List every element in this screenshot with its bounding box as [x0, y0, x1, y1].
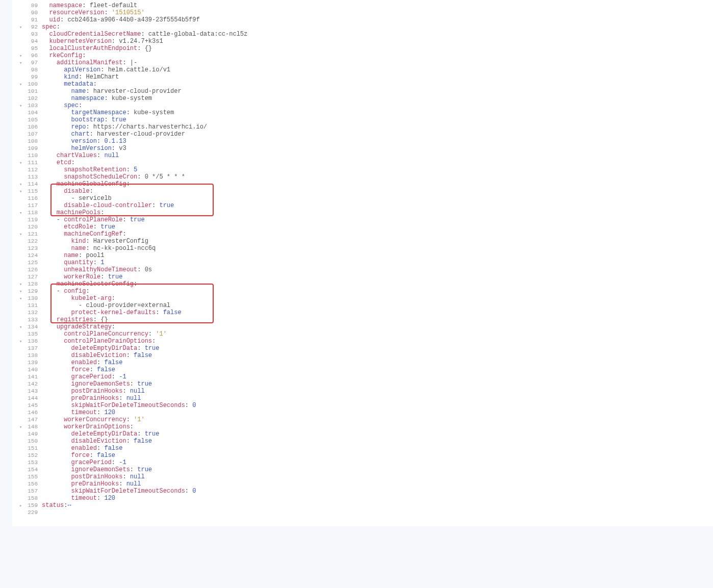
code-line[interactable]: 96▾ rkeConfig:	[12, 52, 713, 59]
code-line[interactable]: 95 localClusterAuthEndpoint: {}	[12, 45, 713, 52]
code-line[interactable]: 105 bootstrap: true	[12, 116, 713, 123]
fold-toggle-icon[interactable]: ▾	[19, 81, 22, 88]
code-content: localClusterAuthEndpoint: {}	[42, 45, 713, 52]
code-line[interactable]: 146 timeout: 120	[12, 409, 713, 416]
code-line[interactable]: 144 preDrainHooks: null	[12, 395, 713, 402]
fold-toggle-icon[interactable]: ▾	[19, 210, 22, 217]
code-line[interactable]: 141 gracePeriod: -1	[12, 373, 713, 380]
code-line[interactable]: 133 registries: {}	[12, 316, 713, 323]
code-line[interactable]: 151 enabled: false	[12, 445, 713, 452]
code-line[interactable]: 111▾ etcd:	[12, 159, 713, 166]
code-line[interactable]: 140 force: false	[12, 366, 713, 373]
code-line[interactable]: 142 ignoreDaemonSets: true	[12, 380, 713, 388]
code-line[interactable]: 97▾ additionalManifest: |-	[12, 59, 713, 66]
code-line[interactable]: 98 apiVersion: helm.cattle.io/v1	[12, 66, 713, 73]
line-number: 104	[12, 109, 42, 116]
code-content: machineGlobalConfig:	[42, 181, 713, 188]
code-line[interactable]: 100▾ metadata:	[12, 81, 713, 88]
fold-toggle-icon[interactable]: ▾	[19, 295, 22, 302]
fold-toggle-icon[interactable]: ▾	[19, 288, 22, 295]
fold-toggle-icon[interactable]: ▾	[19, 181, 22, 188]
code-line[interactable]: 124 name: pool1	[12, 252, 713, 259]
code-line[interactable]: 94 kubernetesVersion: v1.24.7+k3s1	[12, 38, 713, 45]
fold-toggle-icon[interactable]: ▾	[19, 338, 22, 345]
code-line[interactable]: 129▾ - config:	[12, 288, 713, 295]
code-line[interactable]: 229	[12, 509, 713, 516]
code-line[interactable]: 156 preDrainHooks: null	[12, 480, 713, 488]
code-line[interactable]: 102 namespace: kube-system	[12, 95, 713, 102]
code-line[interactable]: 113 snapshotScheduleCron: 0 */5 * * *	[12, 173, 713, 181]
code-line[interactable]: 101 name: harvester-cloud-provider	[12, 88, 713, 95]
code-line[interactable]: 138 disableEviction: false	[12, 352, 713, 359]
fold-toggle-icon[interactable]: ▾	[19, 53, 22, 60]
code-line[interactable]: 155 postDrainHooks: null	[12, 473, 713, 480]
code-line[interactable]: 132 protect-kernel-defaults: false	[12, 309, 713, 316]
fold-toggle-icon[interactable]: ▾	[19, 60, 22, 67]
code-line[interactable]: 115▾ disable:	[12, 188, 713, 195]
fold-toggle-icon[interactable]: ▾	[19, 188, 22, 195]
code-line[interactable]: 157 skipWaitForDeleteTimeoutSeconds: 0	[12, 488, 713, 495]
code-line[interactable]: 104 targetNamespace: kube-system	[12, 109, 713, 116]
code-line[interactable]: 91 uid: ccb2461a-a906-44b0-a439-23f5554b…	[12, 16, 713, 23]
code-line[interactable]: 118▾ machinePools:	[12, 209, 713, 216]
code-line[interactable]: 99 kind: HelmChart	[12, 73, 713, 81]
code-line[interactable]: 92▾spec:	[12, 23, 713, 31]
code-line[interactable]: 112 snapshotRetention: 5	[12, 166, 713, 173]
code-line[interactable]: 119 - controlPlaneRole: true	[12, 216, 713, 223]
code-line[interactable]: 159▸status:↔	[12, 502, 713, 509]
code-content: namespace: fleet-default	[42, 2, 713, 9]
code-line[interactable]: 149 deleteEmptyDirData: true	[12, 430, 713, 438]
line-number: 149	[12, 430, 42, 438]
code-line[interactable]: 107 chart: harvester-cloud-provider	[12, 131, 713, 138]
code-line[interactable]: 109 helmVersion: v3	[12, 145, 713, 152]
code-line[interactable]: 127 workerRole: true	[12, 273, 713, 280]
fold-toggle-icon[interactable]: ▾	[19, 24, 22, 31]
code-line[interactable]: 139 enabled: false	[12, 359, 713, 366]
fold-toggle-icon[interactable]: ▾	[19, 231, 22, 238]
code-line[interactable]: 153 gracePeriod: -1	[12, 459, 713, 466]
code-content: workerDrainOptions:	[42, 423, 713, 430]
code-line[interactable]: 93 cloudCredentialSecretName: cattle-glo…	[12, 31, 713, 38]
code-line[interactable]: 134▾ upgradeStrategy:	[12, 323, 713, 330]
code-line[interactable]: 121▾ machineConfigRef:	[12, 231, 713, 238]
code-line[interactable]: 158 timeout: 120	[12, 495, 713, 502]
code-line[interactable]: 128▾ machineSelectorConfig:	[12, 280, 713, 288]
code-line[interactable]: 143 postDrainHooks: null	[12, 388, 713, 395]
code-line[interactable]: 106 repo: https://charts.harvesterhci.io…	[12, 123, 713, 131]
code-line[interactable]: 150 disableEviction: false	[12, 438, 713, 445]
fold-toggle-icon[interactable]: ▾	[19, 424, 22, 431]
fold-toggle-icon[interactable]: ▾	[19, 160, 22, 167]
code-line[interactable]: 148▾ workerDrainOptions:	[12, 423, 713, 430]
code-line[interactable]: 137 deleteEmptyDirData: true	[12, 345, 713, 352]
code-line[interactable]: 145 skipWaitForDeleteTimeoutSeconds: 0	[12, 402, 713, 409]
code-line[interactable]: 131 - cloud-provider=external	[12, 302, 713, 309]
code-line[interactable]: 116 - servicelb	[12, 195, 713, 202]
code-line[interactable]: 123 name: nc-kk-pool1-ncc6q	[12, 245, 713, 252]
line-number: 130▾	[12, 295, 42, 302]
code-line[interactable]: 147 workerConcurrency: '1'	[12, 416, 713, 423]
code-line[interactable]: 152 force: false	[12, 452, 713, 459]
code-content: metadata:	[42, 81, 713, 88]
code-content: chartValues: null	[42, 152, 713, 159]
code-line[interactable]: 108 version: 0.1.13	[12, 138, 713, 145]
code-line[interactable]: 90 resourceVersion: '1510515'	[12, 9, 713, 16]
code-line[interactable]: 135 controlPlaneConcurrency: '1'	[12, 330, 713, 338]
fold-toggle-icon[interactable]: ▾	[19, 281, 22, 288]
line-number: 95	[12, 45, 42, 52]
code-line[interactable]: 136▾ controlPlaneDrainOptions:	[12, 338, 713, 345]
code-line[interactable]: 117 disable-cloud-controller: true	[12, 202, 713, 209]
code-line[interactable]: 126 unhealthyNodeTimeout: 0s	[12, 266, 713, 273]
code-line[interactable]: 89 namespace: fleet-default	[12, 2, 713, 9]
yaml-editor[interactable]: 89 namespace: fleet-default90 resourceVe…	[12, 0, 713, 526]
fold-toggle-icon[interactable]: ▾	[19, 324, 22, 331]
code-line[interactable]: 130▾ kubelet-arg:	[12, 295, 713, 302]
code-line[interactable]: 110 chartValues: null	[12, 152, 713, 159]
code-line[interactable]: 125 quantity: 1	[12, 259, 713, 266]
code-line[interactable]: 122 kind: HarvesterConfig	[12, 238, 713, 245]
code-line[interactable]: 114▾ machineGlobalConfig:	[12, 181, 713, 188]
code-line[interactable]: 103▾ spec:	[12, 102, 713, 109]
fold-toggle-icon[interactable]: ▸	[19, 502, 22, 509]
code-line[interactable]: 120 etcdRole: true	[12, 223, 713, 231]
fold-toggle-icon[interactable]: ▾	[19, 103, 22, 110]
code-line[interactable]: 154 ignoreDaemonSets: true	[12, 466, 713, 473]
